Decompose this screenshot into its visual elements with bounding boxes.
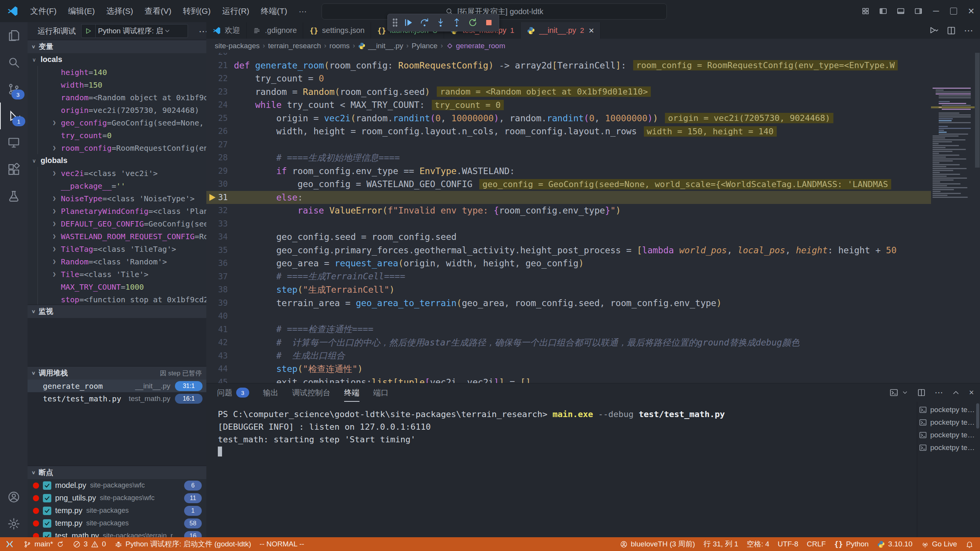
variables-section-header[interactable]: ∨变量 [28,40,206,53]
callstack-section-header[interactable]: ∨调用堆栈 因 step 已暂停 [28,366,206,380]
sidebar-item-accounts[interactable] [0,484,28,510]
code-line-36[interactable]: 36 geo_area = request_area(origin, width… [206,257,931,270]
code-line-38[interactable]: 38 step("生成TerrainCell") [206,283,931,297]
code-line-34[interactable]: 34 geo_config.seed = room_config.seed [206,230,931,244]
status-notifications[interactable] [961,537,978,551]
status-eol[interactable]: CRLF [802,537,830,551]
sidebar-item-remote-explorer[interactable] [0,129,28,156]
terminal-list-scrollbar[interactable] [976,403,979,429]
terminal-list-item[interactable]: pocketpy te… [919,429,976,441]
code-line-23[interactable]: 23 random = Random(room_config.seed)rand… [206,85,931,99]
debug-step-over-button[interactable] [418,16,431,29]
tab-welcome[interactable]: 欢迎 [206,22,247,39]
status-encoding[interactable]: UTF-8 [774,537,803,551]
drag-handle-icon[interactable] [392,18,398,27]
breadcrumb-item[interactable]: generate_room [446,42,505,50]
menu-item-4[interactable]: 转到(G) [177,3,216,19]
variable-row[interactable]: ❯WASTELAND_ROOM_REQUEST_CONFIG = RoomR… [38,230,206,243]
code-line-45[interactable]: 45 exit_combinations:list[tuple[vec2i, v… [206,376,931,383]
sidebar-item-run-and-debug[interactable]: 1 [0,103,28,129]
split-terminal-icon[interactable] [917,388,926,397]
variable-row[interactable]: height = 140 [38,66,206,78]
panel-tab-problems[interactable]: 问题3 [217,383,249,402]
sidebar-item-explorer[interactable] [0,22,28,49]
more-actions-icon[interactable]: ··· [199,26,207,36]
status-vim-mode[interactable]: -- NORMAL -- [255,537,308,551]
tab-settings[interactable]: {}settings.json [303,22,371,39]
variable-row[interactable]: ❯PlanetaryWindConfig = <class 'Planeta… [38,205,206,217]
menu-item-5[interactable]: 运行(R) [216,3,255,19]
breadcrumb-item[interactable]: __init__.py [358,42,403,50]
code-line-39[interactable]: 39 terrain_area = geo_area_to_terrain(ge… [206,297,931,310]
breadcrumb-item[interactable]: Pylance [412,42,438,50]
panel-tab-terminal[interactable]: 终端 [344,383,359,402]
code-line-21[interactable]: 21def generate_room(room_config: RoomReq… [206,59,931,72]
minimap[interactable] [931,83,975,383]
status-branch[interactable]: main* [19,537,69,551]
terminal-list-item[interactable]: pocketpy te… [919,416,976,429]
panel-tab-ports[interactable]: 端口 [373,383,389,402]
status-indentation[interactable]: 空格: 4 [742,537,773,551]
breadcrumb-item[interactable]: site-packages [215,42,260,50]
variable-row[interactable]: ❯DEFAULT_GEO_CONFIG = GeoConfig(seed=1… [38,217,206,230]
variable-row[interactable]: ❯geo_config = GeoConfig(seed=None, wor… [38,116,206,129]
breakpoint-checkbox[interactable] [43,532,51,538]
close-icon[interactable]: × [589,25,594,36]
status-language[interactable]: {}Python [830,537,873,551]
terminal-list-item[interactable]: pocketpy te… [919,403,976,416]
status-problems[interactable]: 30 [69,537,110,551]
panel-more-icon[interactable]: ⋯ [934,388,943,398]
menu-item-6[interactable]: 终端(T) [255,3,293,19]
editor-scrollbar[interactable] [975,53,980,383]
sidebar-item-testing[interactable] [0,183,28,210]
debug-restart-button[interactable] [466,16,480,29]
panel-tab-debug-console[interactable]: 调试控制台 [292,383,330,402]
code-line-41[interactable]: 41 # ====检查连通性==== [206,323,931,336]
split-editor-icon[interactable] [946,26,956,36]
status-git-blame[interactable]: blueloveTH (3 周前) [616,537,699,551]
variable-row[interactable]: try_count = 0 [38,129,206,142]
panel-close-icon[interactable]: × [969,388,974,398]
code-line-31[interactable]: 31 else: [206,191,931,204]
menu-item-3[interactable]: 查看(V) [139,3,177,19]
panel-tab-output[interactable]: 输出 [263,383,278,402]
variable-row[interactable]: stop = <function stop at 0x1bf9cd216d [38,293,206,305]
menu-item-0[interactable]: 文件(F) [24,3,62,19]
toggle-sidebar-button[interactable] [874,0,892,22]
terminal-list-item[interactable]: pocketpy te… [919,441,976,454]
variable-row[interactable]: ❯vec2i = <class 'vec2i'> [38,167,206,179]
code-line-28[interactable]: 28 # ====生成初始地理信息==== [206,151,931,165]
watch-section-header[interactable]: ∨监视 [28,305,206,318]
code-line-44[interactable]: 44 step("检查连通性") [206,362,931,376]
code-line-29[interactable]: 29 if room_config.env_type == EnvType.WA… [206,165,931,178]
menu-more-button[interactable]: ··· [293,3,312,19]
breadcrumb-item[interactable]: rooms [330,42,350,50]
tab-init[interactable]: __init__.py2× [521,22,600,39]
stack-frame[interactable]: test/test_math.pytest_math.py16:1 [28,392,206,405]
launch-config-dropdown[interactable]: Python 调试程序: 启 [95,24,188,38]
remote-indicator[interactable] [0,537,19,551]
code-line-42[interactable]: 42 # 计算每一个出口的中心，然后使用astar生成路径，确保每一个出口组合都… [206,336,931,349]
variable-row[interactable]: __package__ = '' [38,179,206,192]
panel-maximize-icon[interactable] [951,388,960,397]
debug-step-into-button[interactable] [434,16,448,29]
code-line-25[interactable]: 25 origin = vec2i(random.randint(0, 1000… [206,112,931,125]
debug-continue-button[interactable] [402,16,415,29]
more-actions-icon[interactable]: ⋯ [964,25,973,36]
breakpoint-row[interactable]: test_math.pysite-packages\terrain_res…16 [28,530,206,537]
breakpoint-row[interactable]: temp.pysite-packages1 [28,504,206,517]
tab-gdignore[interactable]: .gdignore [247,22,303,39]
debug-stop-button[interactable] [482,16,496,29]
variable-row[interactable]: MAX_TRY_COUNT = 1000 [38,280,206,293]
variable-row[interactable]: ❯Random = <class 'Random'> [38,255,206,268]
status-python-version[interactable]: 3.10.10 [873,537,916,551]
code-line-22[interactable]: 22 try_count = 0 [206,72,931,85]
status-cursor-position[interactable]: 行 31, 列 1 [699,537,743,551]
status-debug-session[interactable]: Python 调试程序: 启动文件 (godot-ldtk) [110,537,255,551]
breakpoint-checkbox[interactable] [43,519,51,528]
breakpoint-row[interactable]: png_utils.pysite-packages\wfc11 [28,492,206,504]
code-line-27[interactable]: 27 [206,138,931,152]
code-line-43[interactable]: 43 # 生成出口组合 [206,349,931,363]
window-close-button[interactable]: × [962,0,980,22]
code-line-32[interactable]: 32 raise ValueError(f"Invalid env type: … [206,204,931,217]
